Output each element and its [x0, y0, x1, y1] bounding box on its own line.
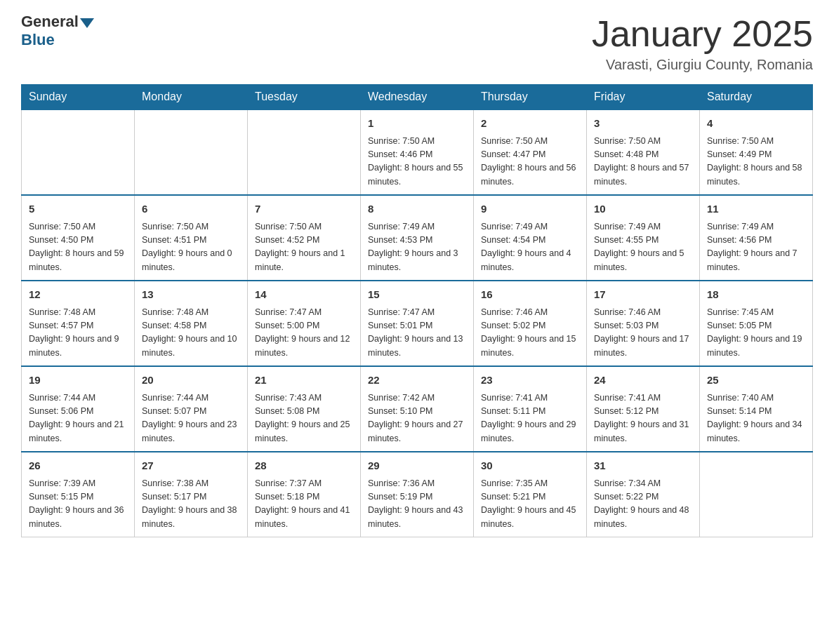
- calendar-header-row: SundayMondayTuesdayWednesdayThursdayFrid…: [22, 85, 813, 110]
- day-info: Sunrise: 7:44 AM Sunset: 5:06 PM Dayligh…: [29, 391, 127, 446]
- calendar-cell: 25Sunrise: 7:40 AM Sunset: 5:14 PM Dayli…: [700, 366, 813, 452]
- day-info: Sunrise: 7:36 AM Sunset: 5:19 PM Dayligh…: [368, 477, 466, 532]
- calendar-week-row: 19Sunrise: 7:44 AM Sunset: 5:06 PM Dayli…: [22, 366, 813, 452]
- day-number: 31: [594, 458, 692, 474]
- day-number: 29: [368, 458, 466, 474]
- page-header: General Blue January 2025 Varasti, Giurg…: [21, 14, 813, 73]
- day-number: 24: [594, 373, 692, 389]
- day-info: Sunrise: 7:35 AM Sunset: 5:21 PM Dayligh…: [481, 477, 579, 532]
- calendar-cell: 8Sunrise: 7:49 AM Sunset: 4:53 PM Daylig…: [361, 195, 474, 281]
- calendar-cell: 30Sunrise: 7:35 AM Sunset: 5:21 PM Dayli…: [474, 452, 587, 537]
- day-number: 3: [594, 116, 692, 132]
- calendar-cell: [700, 452, 813, 537]
- day-info: Sunrise: 7:50 AM Sunset: 4:52 PM Dayligh…: [255, 220, 353, 275]
- day-number: 15: [368, 287, 466, 303]
- calendar-cell: 10Sunrise: 7:49 AM Sunset: 4:55 PM Dayli…: [587, 195, 700, 281]
- day-number: 20: [142, 373, 240, 389]
- day-number: 12: [29, 287, 127, 303]
- day-info: Sunrise: 7:46 AM Sunset: 5:02 PM Dayligh…: [481, 306, 579, 361]
- calendar-week-row: 12Sunrise: 7:48 AM Sunset: 4:57 PM Dayli…: [22, 281, 813, 366]
- day-info: Sunrise: 7:50 AM Sunset: 4:48 PM Dayligh…: [594, 135, 692, 189]
- calendar-week-row: 5Sunrise: 7:50 AM Sunset: 4:50 PM Daylig…: [22, 195, 813, 281]
- day-number: 13: [142, 287, 240, 303]
- calendar-cell: 23Sunrise: 7:41 AM Sunset: 5:11 PM Dayli…: [474, 366, 587, 452]
- day-info: Sunrise: 7:44 AM Sunset: 5:07 PM Dayligh…: [142, 391, 240, 446]
- day-header-saturday: Saturday: [700, 85, 813, 110]
- day-number: 2: [481, 116, 579, 132]
- day-info: Sunrise: 7:41 AM Sunset: 5:11 PM Dayligh…: [481, 391, 579, 446]
- day-number: 27: [142, 458, 240, 474]
- calendar-cell: 21Sunrise: 7:43 AM Sunset: 5:08 PM Dayli…: [248, 366, 361, 452]
- day-header-tuesday: Tuesday: [248, 85, 361, 110]
- day-header-thursday: Thursday: [474, 85, 587, 110]
- day-info: Sunrise: 7:50 AM Sunset: 4:49 PM Dayligh…: [707, 135, 805, 189]
- day-number: 14: [255, 287, 353, 303]
- day-number: 22: [368, 373, 466, 389]
- day-number: 30: [481, 458, 579, 474]
- calendar-cell: 5Sunrise: 7:50 AM Sunset: 4:50 PM Daylig…: [22, 195, 135, 281]
- day-number: 16: [481, 287, 579, 303]
- day-info: Sunrise: 7:50 AM Sunset: 4:46 PM Dayligh…: [368, 135, 466, 189]
- calendar-cell: 19Sunrise: 7:44 AM Sunset: 5:06 PM Dayli…: [22, 366, 135, 452]
- day-number: 6: [142, 201, 240, 217]
- calendar-cell: 29Sunrise: 7:36 AM Sunset: 5:19 PM Dayli…: [361, 452, 474, 537]
- calendar-cell: 4Sunrise: 7:50 AM Sunset: 4:49 PM Daylig…: [700, 109, 813, 195]
- day-info: Sunrise: 7:48 AM Sunset: 4:58 PM Dayligh…: [142, 306, 240, 361]
- calendar-cell: 24Sunrise: 7:41 AM Sunset: 5:12 PM Dayli…: [587, 366, 700, 452]
- calendar-cell: 3Sunrise: 7:50 AM Sunset: 4:48 PM Daylig…: [587, 109, 700, 195]
- day-info: Sunrise: 7:49 AM Sunset: 4:55 PM Dayligh…: [594, 220, 692, 275]
- logo-general-text: General: [21, 14, 79, 29]
- day-number: 9: [481, 201, 579, 217]
- calendar-cell: 13Sunrise: 7:48 AM Sunset: 4:58 PM Dayli…: [135, 281, 248, 366]
- calendar-cell: 12Sunrise: 7:48 AM Sunset: 4:57 PM Dayli…: [22, 281, 135, 366]
- calendar-cell: 14Sunrise: 7:47 AM Sunset: 5:00 PM Dayli…: [248, 281, 361, 366]
- day-number: 11: [707, 201, 805, 217]
- calendar-cell: [22, 109, 135, 195]
- day-number: 28: [255, 458, 353, 474]
- day-info: Sunrise: 7:50 AM Sunset: 4:51 PM Dayligh…: [142, 220, 240, 275]
- day-header-wednesday: Wednesday: [361, 85, 474, 110]
- day-info: Sunrise: 7:47 AM Sunset: 5:00 PM Dayligh…: [255, 306, 353, 361]
- day-info: Sunrise: 7:48 AM Sunset: 4:57 PM Dayligh…: [29, 306, 127, 361]
- calendar-cell: 28Sunrise: 7:37 AM Sunset: 5:18 PM Dayli…: [248, 452, 361, 537]
- calendar-cell: 22Sunrise: 7:42 AM Sunset: 5:10 PM Dayli…: [361, 366, 474, 452]
- day-number: 4: [707, 116, 805, 132]
- day-number: 26: [29, 458, 127, 474]
- day-number: 5: [29, 201, 127, 217]
- calendar-cell: 9Sunrise: 7:49 AM Sunset: 4:54 PM Daylig…: [474, 195, 587, 281]
- day-info: Sunrise: 7:38 AM Sunset: 5:17 PM Dayligh…: [142, 477, 240, 532]
- calendar-week-row: 1Sunrise: 7:50 AM Sunset: 4:46 PM Daylig…: [22, 109, 813, 195]
- day-info: Sunrise: 7:49 AM Sunset: 4:53 PM Dayligh…: [368, 220, 466, 275]
- day-info: Sunrise: 7:50 AM Sunset: 4:47 PM Dayligh…: [481, 135, 579, 189]
- day-header-monday: Monday: [135, 85, 248, 110]
- calendar-cell: 16Sunrise: 7:46 AM Sunset: 5:02 PM Dayli…: [474, 281, 587, 366]
- location-subtitle: Varasti, Giurgiu County, Romania: [592, 57, 813, 73]
- day-info: Sunrise: 7:50 AM Sunset: 4:50 PM Dayligh…: [29, 220, 127, 275]
- calendar-cell: 27Sunrise: 7:38 AM Sunset: 5:17 PM Dayli…: [135, 452, 248, 537]
- calendar-cell: 26Sunrise: 7:39 AM Sunset: 5:15 PM Dayli…: [22, 452, 135, 537]
- day-info: Sunrise: 7:34 AM Sunset: 5:22 PM Dayligh…: [594, 477, 692, 532]
- day-info: Sunrise: 7:49 AM Sunset: 4:54 PM Dayligh…: [481, 220, 579, 275]
- day-number: 19: [29, 373, 127, 389]
- day-number: 18: [707, 287, 805, 303]
- day-number: 8: [368, 201, 466, 217]
- day-number: 1: [368, 116, 466, 132]
- day-info: Sunrise: 7:41 AM Sunset: 5:12 PM Dayligh…: [594, 391, 692, 446]
- day-number: 23: [481, 373, 579, 389]
- calendar-cell: 11Sunrise: 7:49 AM Sunset: 4:56 PM Dayli…: [700, 195, 813, 281]
- day-info: Sunrise: 7:37 AM Sunset: 5:18 PM Dayligh…: [255, 477, 353, 532]
- calendar-cell: 6Sunrise: 7:50 AM Sunset: 4:51 PM Daylig…: [135, 195, 248, 281]
- day-info: Sunrise: 7:43 AM Sunset: 5:08 PM Dayligh…: [255, 391, 353, 446]
- calendar-cell: 1Sunrise: 7:50 AM Sunset: 4:46 PM Daylig…: [361, 109, 474, 195]
- calendar-cell: 18Sunrise: 7:45 AM Sunset: 5:05 PM Dayli…: [700, 281, 813, 366]
- day-number: 25: [707, 373, 805, 389]
- day-info: Sunrise: 7:39 AM Sunset: 5:15 PM Dayligh…: [29, 477, 127, 532]
- calendar-week-row: 26Sunrise: 7:39 AM Sunset: 5:15 PM Dayli…: [22, 452, 813, 537]
- calendar-cell: [248, 109, 361, 195]
- day-number: 21: [255, 373, 353, 389]
- day-info: Sunrise: 7:47 AM Sunset: 5:01 PM Dayligh…: [368, 306, 466, 361]
- logo-arrow-icon: [80, 18, 94, 28]
- logo: General Blue: [21, 14, 94, 49]
- calendar-cell: 2Sunrise: 7:50 AM Sunset: 4:47 PM Daylig…: [474, 109, 587, 195]
- day-info: Sunrise: 7:45 AM Sunset: 5:05 PM Dayligh…: [707, 306, 805, 361]
